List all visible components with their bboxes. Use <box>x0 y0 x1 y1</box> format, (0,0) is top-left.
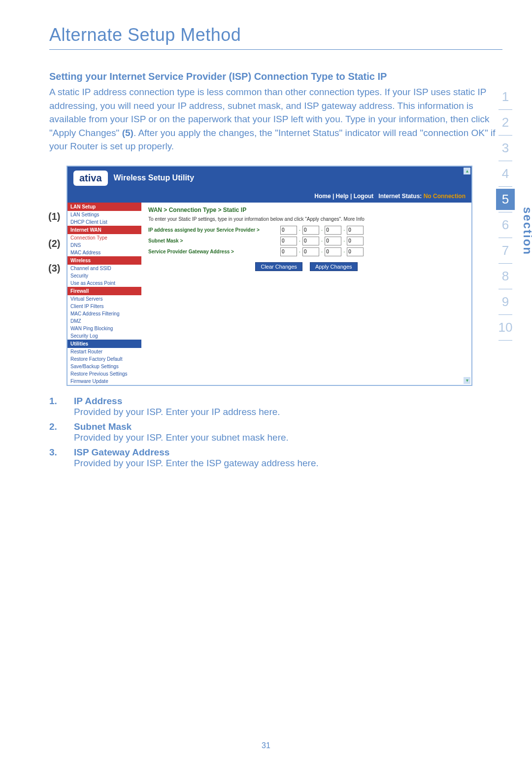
def-item-2: 2. Subnet Mask Provided by your ISP. Ent… <box>49 421 502 443</box>
nav-home[interactable]: Home <box>314 193 331 200</box>
def-desc-2: Provided by your ISP. Enter your subnet … <box>74 432 502 443</box>
def-desc-1: Provided by your ISP. Enter your IP addr… <box>74 407 502 417</box>
callout-3: (3) <box>48 263 60 274</box>
page-number: 31 <box>0 741 532 750</box>
subnet-octet-2[interactable] <box>302 237 319 245</box>
subnet-octet-3[interactable] <box>325 237 341 245</box>
sidebar-mac[interactable]: MAC Address <box>67 249 141 256</box>
ip-address-label: IP address assigned by your Service Prov… <box>148 227 276 233</box>
sidebar: LAN Setup LAN Settings DHCP Client List … <box>67 203 141 385</box>
def-item-1: 1. IP Address Provided by your ISP. Ente… <box>49 396 502 417</box>
scroll-down-icon[interactable]: ▾ <box>464 377 470 384</box>
sidebar-dmz[interactable]: DMZ <box>67 317 141 325</box>
sidebar-fw[interactable]: Firmware Update <box>67 378 141 385</box>
status-label: Internet Status: <box>378 193 422 200</box>
router-screenshot: (1) (2) (3) ▴ ativa Wireless Setup Utili… <box>49 166 502 386</box>
sidebar-connection-type[interactable]: Connection Type <box>67 234 141 242</box>
tab-2[interactable]: 2 <box>496 112 515 133</box>
clear-changes-button[interactable]: Clear Changes <box>255 262 302 271</box>
sidebar-internet-wan[interactable]: Internet WAN <box>67 226 141 234</box>
sidebar-lan-setup[interactable]: LAN Setup <box>67 203 141 211</box>
sidebar-dhcp[interactable]: DHCP Client List <box>67 218 141 226</box>
def-title-3: ISP Gateway Address <box>74 447 502 458</box>
sidebar-wireless[interactable]: Wireless <box>67 256 141 265</box>
sidebar-wan-ping[interactable]: WAN Ping Blocking <box>67 325 141 332</box>
subnet-label: Subnet Mask > <box>148 238 276 243</box>
breadcrumb: WAN > Connection Type > Static IP <box>148 207 465 213</box>
gw-octet-2[interactable] <box>302 247 319 256</box>
definitions-list: 1. IP Address Provided by your ISP. Ente… <box>49 396 502 469</box>
section-heading: Setting your Internet Service Provider (… <box>49 69 502 83</box>
section-vertical-label: section <box>521 207 532 255</box>
sidebar-virtual[interactable]: Virtual Servers <box>67 295 141 303</box>
sidebar-seclog[interactable]: Security Log <box>67 332 141 340</box>
tab-rule <box>499 109 512 110</box>
apply-changes-button[interactable]: Apply Changes <box>310 262 358 271</box>
ip-octet-1[interactable] <box>280 226 297 235</box>
sidebar-firewall[interactable]: Firewall <box>67 287 141 295</box>
def-item-3: 3. ISP Gateway Address Provided by your … <box>49 447 502 469</box>
sidebar-use-ap[interactable]: Use as Access Point <box>67 279 141 287</box>
sidebar-save-backup[interactable]: Save/Backup Settings <box>67 363 141 370</box>
gw-octet-3[interactable] <box>325 247 341 256</box>
def-num-3: 3. <box>49 447 74 469</box>
sidebar-restore-fac[interactable]: Restore Factory Default <box>67 355 141 363</box>
nav-help[interactable]: Help <box>336 193 349 200</box>
brand-logo: ativa <box>73 171 108 186</box>
sidebar-utilities[interactable]: Utilities <box>67 340 141 348</box>
sidebar-client-ip[interactable]: Client IP Filters <box>67 303 141 310</box>
def-num-2: 2. <box>49 421 74 443</box>
nav-logout[interactable]: Logout <box>354 193 374 200</box>
subnet-octet-1[interactable] <box>280 237 297 245</box>
def-title-2: Subnet Mask <box>74 421 502 432</box>
sidebar-restore-prev[interactable]: Restore Previous Settings <box>67 370 141 378</box>
sidebar-lan-settings[interactable]: LAN Settings <box>67 211 141 218</box>
gw-octet-4[interactable] <box>347 247 364 256</box>
gw-octet-1[interactable] <box>280 247 297 256</box>
tab-1[interactable]: 1 <box>496 86 515 107</box>
title-rule <box>49 49 502 50</box>
sidebar-restart[interactable]: Restart Router <box>67 348 141 355</box>
callout-ref-5: (5) <box>122 128 133 138</box>
ip-octet-4[interactable] <box>347 226 364 235</box>
screenshot-frame: ▴ ativa Wireless Setup Utility Home | He… <box>66 166 472 386</box>
page-title: Alternate Setup Method <box>49 25 502 45</box>
scroll-up-icon[interactable]: ▴ <box>464 168 470 174</box>
tab-rule <box>499 135 512 136</box>
ip-octet-3[interactable] <box>325 226 341 235</box>
ip-octet-2[interactable] <box>302 226 319 235</box>
tab-3[interactable]: 3 <box>496 138 515 159</box>
sidebar-security[interactable]: Security <box>67 272 141 279</box>
tab-rule <box>499 161 512 161</box>
hint-text: To enter your Static IP settings, type i… <box>148 216 465 222</box>
status-value: No Connection <box>424 193 466 200</box>
main-pane: WAN > Connection Type > Static IP To ent… <box>141 203 471 385</box>
subnet-octet-4[interactable] <box>347 237 364 245</box>
callout-2: (2) <box>48 238 60 249</box>
sidebar-mac-filter[interactable]: MAC Address Filtering <box>67 310 141 317</box>
def-num-1: 1. <box>49 396 74 417</box>
def-desc-3: Provided by your ISP. Enter the ISP gate… <box>74 458 502 469</box>
body-paragraph: A static IP address connection type is l… <box>49 85 502 153</box>
sidebar-channel[interactable]: Channel and SSID <box>67 265 141 272</box>
gateway-label: Service Provider Gateway Address > <box>148 249 276 254</box>
callout-1: (1) <box>48 211 60 222</box>
sidebar-dns[interactable]: DNS <box>67 242 141 249</box>
utility-title: Wireless Setup Utility <box>114 173 194 182</box>
def-title-1: IP Address <box>74 396 502 407</box>
